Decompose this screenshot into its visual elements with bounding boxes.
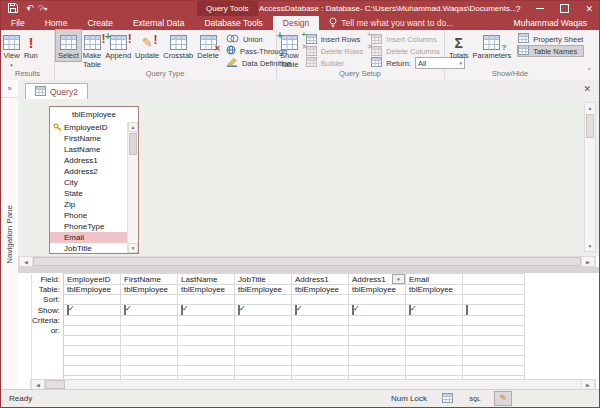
- grid-cell-field[interactable]: JobTitle: [235, 274, 292, 285]
- table-pane-hscrollbar[interactable]: ◀ ▶: [18, 256, 596, 267]
- menu-tab-create[interactable]: Create: [77, 16, 123, 30]
- grid-cell-field[interactable]: Email: [406, 274, 463, 285]
- grid-cell-sort[interactable]: [463, 295, 525, 305]
- grid-cell-empty[interactable]: [235, 346, 292, 356]
- grid-cell-empty[interactable]: [463, 346, 525, 356]
- grid-cell-table[interactable]: tblEmployee: [406, 285, 463, 295]
- crosstab-query-button[interactable]: Crosstab: [161, 30, 195, 61]
- scrollbar-thumb[interactable]: [33, 257, 581, 266]
- show-checkbox[interactable]: [124, 305, 126, 316]
- grid-cell-field[interactable]: EmployeeID: [64, 274, 121, 285]
- grid-cell-empty[interactable]: [235, 366, 292, 376]
- select-query-button[interactable]: Select: [56, 30, 81, 61]
- grid-cell-or[interactable]: [463, 326, 525, 336]
- grid-cell-sort[interactable]: [235, 295, 292, 305]
- delete-query-button[interactable]: ✕ Delete: [195, 30, 221, 61]
- field-item[interactable]: Address1: [50, 155, 138, 166]
- grid-cell-table[interactable]: tblEmployee: [235, 285, 292, 295]
- tab-query2[interactable]: Query2: [25, 83, 88, 100]
- grid-cell-empty[interactable]: [292, 336, 349, 346]
- grid-cell-sort[interactable]: [349, 295, 406, 305]
- append-query-button[interactable]: +! Append: [103, 30, 133, 61]
- grid-cell-criteria[interactable]: [349, 316, 406, 326]
- grid-cell-empty[interactable]: [121, 336, 178, 346]
- grid-cell-or[interactable]: [64, 326, 121, 336]
- field-item[interactable]: PhoneType: [50, 221, 138, 232]
- show-table-button[interactable]: + Show Table: [278, 30, 301, 69]
- show-checkbox[interactable]: [67, 305, 69, 316]
- scrollbar-thumb[interactable]: [586, 114, 594, 138]
- grid-cell-or[interactable]: [349, 326, 406, 336]
- grid-cell-empty[interactable]: [178, 366, 235, 376]
- user-name[interactable]: Muhammad Waqas: [514, 16, 599, 30]
- minimize-button[interactable]: [536, 8, 544, 9]
- field-item[interactable]: Address2: [50, 166, 138, 177]
- grid-cell-empty[interactable]: [64, 366, 121, 376]
- grid-cell-show[interactable]: [463, 305, 525, 316]
- grid-cell-empty[interactable]: [178, 336, 235, 346]
- close-button[interactable]: ✕: [585, 4, 593, 14]
- menu-tab-database-tools[interactable]: Database Tools: [194, 16, 272, 30]
- scroll-right-icon[interactable]: ▶: [581, 380, 595, 389]
- grid-cell-empty[interactable]: [349, 366, 406, 376]
- field-item[interactable]: EmployeeID: [50, 122, 138, 133]
- grid-cell-sort[interactable]: [64, 295, 121, 305]
- grid-cell-empty[interactable]: [235, 336, 292, 346]
- builder-button[interactable]: Builder: [306, 58, 364, 68]
- field-item[interactable]: Zip: [50, 199, 138, 210]
- show-checkbox[interactable]: [295, 305, 297, 316]
- grid-cell-table[interactable]: tblEmployee: [292, 285, 349, 295]
- field-item[interactable]: Email: [50, 232, 138, 243]
- menu-tab-home[interactable]: Home: [35, 16, 78, 30]
- grid-cell-or[interactable]: [235, 326, 292, 336]
- grid-cell-empty[interactable]: [178, 356, 235, 366]
- redo-icon[interactable]: ↷▾: [38, 4, 42, 14]
- grid-cell-empty[interactable]: [349, 346, 406, 356]
- datasheet-view-icon[interactable]: [439, 392, 455, 405]
- grid-cell-criteria[interactable]: [406, 316, 463, 326]
- grid-cell-table[interactable]: [463, 285, 525, 295]
- scroll-left-icon[interactable]: ◀: [19, 257, 33, 266]
- grid-cell-table[interactable]: tblEmployee: [121, 285, 178, 295]
- grid-cell-sort[interactable]: [406, 295, 463, 305]
- grid-cell-show[interactable]: [121, 305, 178, 316]
- field-item[interactable]: FirstName: [50, 133, 138, 144]
- grid-cell-criteria[interactable]: [292, 316, 349, 326]
- grid-cell-show[interactable]: [235, 305, 292, 316]
- grid-cell-field[interactable]: Address1▾: [349, 274, 406, 285]
- grid-cell-empty[interactable]: [406, 336, 463, 346]
- field-dropdown-icon[interactable]: ▾: [392, 274, 405, 284]
- grid-cell-empty[interactable]: [121, 356, 178, 366]
- grid-cell-empty[interactable]: [64, 336, 121, 346]
- grid-cell-empty[interactable]: [349, 356, 406, 366]
- show-checkbox[interactable]: [409, 305, 411, 316]
- grid-cell-empty[interactable]: [292, 366, 349, 376]
- grid-cell-criteria[interactable]: [463, 316, 525, 326]
- show-checkbox[interactable]: [466, 305, 468, 316]
- grid-cell-criteria[interactable]: [121, 316, 178, 326]
- grid-cell-or[interactable]: [121, 326, 178, 336]
- scroll-down-icon[interactable]: ▼: [128, 243, 138, 253]
- close-document-icon[interactable]: ✕: [583, 84, 591, 94]
- grid-cell-show[interactable]: [178, 305, 235, 316]
- grid-cell-empty[interactable]: [463, 356, 525, 366]
- grid-cell-table[interactable]: tblEmployee: [349, 285, 406, 295]
- grid-cell-empty[interactable]: [406, 346, 463, 356]
- scroll-left-icon[interactable]: ◀: [31, 380, 45, 389]
- grid-cell-sort[interactable]: [121, 295, 178, 305]
- grid-cell-empty[interactable]: [349, 336, 406, 346]
- scrollbar-thumb[interactable]: [45, 380, 65, 389]
- totals-button[interactable]: Σ Totals: [447, 30, 471, 61]
- grid-cell-sort[interactable]: [292, 295, 349, 305]
- view-button[interactable]: View▾: [1, 30, 22, 69]
- field-item[interactable]: JobTitle: [50, 243, 138, 254]
- scroll-right-icon[interactable]: ▶: [581, 257, 595, 266]
- field-list-scrollbar[interactable]: ▲ ▼: [127, 122, 138, 253]
- field-item[interactable]: State: [50, 188, 138, 199]
- collapse-ribbon-icon[interactable]: ⌃: [586, 67, 592, 75]
- scroll-down-icon[interactable]: ▼: [585, 241, 595, 251]
- grid-cell-empty[interactable]: [292, 356, 349, 366]
- table-pane-vscrollbar[interactable]: ▲ ▼: [584, 102, 596, 252]
- insert-rows-button[interactable]: +Insert Rows: [306, 34, 364, 44]
- grid-cell-sort[interactable]: [178, 295, 235, 305]
